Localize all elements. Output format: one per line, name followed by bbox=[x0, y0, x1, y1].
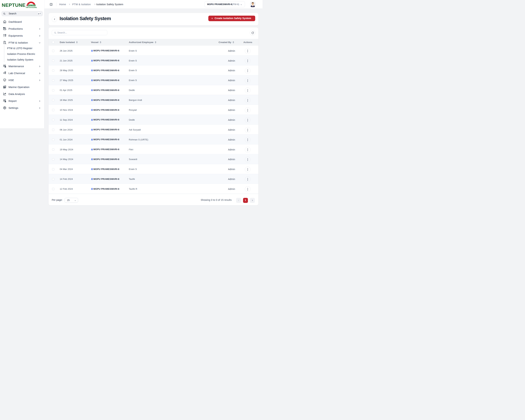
svg-text:TIRTOAGUNG: TIRTOAGUNG bbox=[26, 6, 37, 8]
svg-text:PAKARTI: PAKARTI bbox=[28, 5, 35, 7]
